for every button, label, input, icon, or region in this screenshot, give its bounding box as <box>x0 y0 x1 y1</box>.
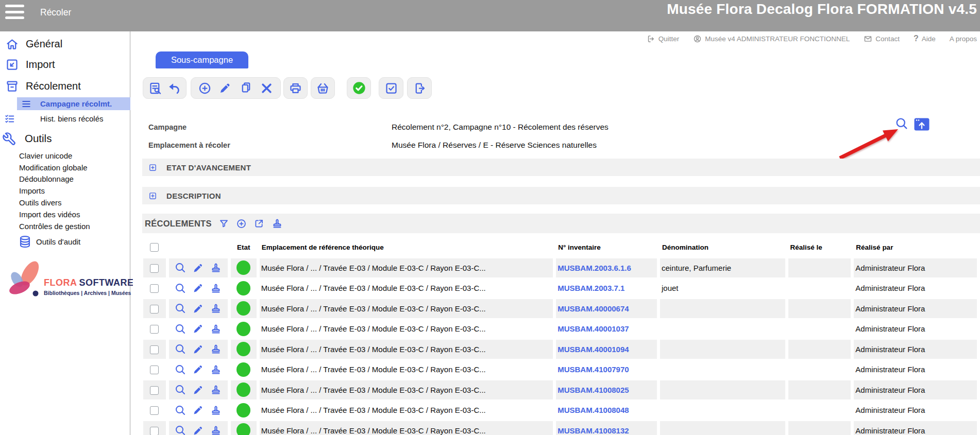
view-icon[interactable] <box>174 424 187 435</box>
validate-icon[interactable] <box>352 81 366 95</box>
sidebar-tool-item[interactable]: Dédoublonnage <box>19 173 90 185</box>
campagne-field-label: Campagne <box>148 123 187 131</box>
realise-le-cell <box>788 340 851 359</box>
sidebar-item-outils[interactable]: Outils <box>0 130 130 147</box>
inventory-link[interactable]: MUSBAM.41008132 <box>557 426 629 435</box>
delete-icon[interactable] <box>260 81 274 95</box>
add-recolement-icon[interactable] <box>236 218 247 229</box>
inventory-link[interactable]: MUSBAM.41008048 <box>557 406 629 414</box>
basket-icon[interactable] <box>316 81 330 95</box>
row-checkbox[interactable] <box>150 325 159 334</box>
edit-icon[interactable] <box>192 384 204 396</box>
expand-icon[interactable] <box>148 163 157 172</box>
denomination-cell <box>660 320 785 339</box>
row-checkbox[interactable] <box>150 305 159 314</box>
edit-icon[interactable] <box>192 303 204 315</box>
sidebar-tool-item[interactable]: Clavier unicode <box>19 150 90 162</box>
file-export-icon[interactable] <box>413 81 427 95</box>
inventory-link[interactable]: MUSBAM.2003.7.1 <box>557 284 624 292</box>
col-header-denomination: Dénomination <box>660 238 785 257</box>
edit-icon[interactable] <box>192 323 204 335</box>
copy-icon[interactable] <box>239 81 253 95</box>
sidebar-tool-item[interactable]: Import des vidéos <box>19 208 90 220</box>
stamp-icon[interactable] <box>210 424 222 435</box>
stamp-icon[interactable] <box>210 323 222 335</box>
sidebar-item-import[interactable]: Import <box>0 57 55 72</box>
edit-icon[interactable] <box>192 404 204 416</box>
menu-hamburger-icon[interactable] <box>5 5 24 19</box>
realise-le-cell <box>788 258 851 277</box>
view-icon[interactable] <box>174 384 187 396</box>
row-checkbox[interactable] <box>150 345 159 354</box>
col-header-emplacement: Emplacement de référence théorique <box>260 238 553 257</box>
home-icon <box>5 37 19 51</box>
sidebar-tool-item[interactable]: Imports <box>19 185 90 197</box>
user-menu[interactable]: Musée v4 ADMINISTRATEUR FONCTIONNEL <box>693 34 850 43</box>
add-icon[interactable] <box>198 81 212 95</box>
view-icon[interactable] <box>174 262 187 274</box>
filter-icon[interactable] <box>218 218 229 229</box>
toolbar-group-search <box>143 77 187 99</box>
inventory-link[interactable]: MUSBAM.41007970 <box>557 365 629 374</box>
edit-icon[interactable] <box>192 262 204 274</box>
undo-icon[interactable] <box>167 81 181 95</box>
external-link-icon[interactable] <box>254 218 264 229</box>
row-checkbox[interactable] <box>150 406 159 415</box>
list-search-icon[interactable] <box>148 81 162 95</box>
inventory-link[interactable]: MUSBAM.2003.6.1.6 <box>557 264 631 272</box>
view-icon[interactable] <box>174 302 187 315</box>
view-icon[interactable] <box>174 282 187 294</box>
checkbox-check-icon[interactable] <box>384 81 398 95</box>
inventory-link[interactable]: MUSBAM.41008025 <box>557 386 629 394</box>
stamp-icon[interactable] <box>210 384 222 396</box>
expand-icon[interactable] <box>148 192 157 200</box>
sidebar-item-outils-audit[interactable]: Outils d'audit <box>0 234 130 250</box>
stamp-icon[interactable] <box>210 262 222 274</box>
view-icon[interactable] <box>174 343 187 355</box>
view-icon[interactable] <box>174 404 187 416</box>
stamp-icon[interactable] <box>210 404 222 416</box>
toolbar-group-export <box>407 77 432 99</box>
edit-icon[interactable] <box>218 81 232 95</box>
sidebar-item-recolement[interactable]: Récolement <box>0 79 81 93</box>
stamp-icon[interactable] <box>210 343 222 355</box>
inventory-link[interactable]: MUSBAM.40001094 <box>557 345 629 354</box>
window-open-icon[interactable] <box>914 118 930 131</box>
print-icon[interactable] <box>289 81 302 95</box>
view-icon[interactable] <box>174 323 187 335</box>
stamp-icon[interactable] <box>271 217 283 230</box>
stamp-icon[interactable] <box>210 302 222 315</box>
sidebar-tool-item[interactable]: Outils divers <box>19 197 90 208</box>
inventory-link[interactable]: MUSBAM.40001037 <box>557 324 629 333</box>
logout-icon <box>647 34 655 43</box>
inventory-link[interactable]: MUSBAM.40000674 <box>557 304 629 313</box>
quitter-link[interactable]: Quitter <box>647 34 680 43</box>
sidebar-tool-item[interactable]: Modification globale <box>19 162 90 173</box>
sous-campagne-tab[interactable]: Sous-campagne <box>156 51 248 68</box>
row-checkbox[interactable] <box>150 264 159 273</box>
sidebar-item-general[interactable]: Général <box>0 37 62 51</box>
edit-icon[interactable] <box>192 363 204 375</box>
row-checkbox[interactable] <box>150 366 159 374</box>
edit-icon[interactable] <box>192 343 204 355</box>
stamp-icon[interactable] <box>210 282 222 294</box>
emplacement-cell: Musée Flora / ... / Travée E-03 / Module… <box>260 299 553 318</box>
aide-link[interactable]: ? Aide <box>914 34 936 43</box>
mail-icon <box>864 34 872 43</box>
edit-icon[interactable] <box>192 425 204 435</box>
sidebar-tool-item[interactable]: Contrôles de gestion <box>19 220 90 232</box>
view-icon[interactable] <box>174 363 187 376</box>
contact-link[interactable]: Contact <box>864 34 900 43</box>
select-all-checkbox[interactable] <box>150 243 159 252</box>
sidebar-item-hist-biens-recoles[interactable]: Hist. biens récolés <box>0 113 130 125</box>
stamp-icon[interactable] <box>210 363 222 376</box>
toolbar-group-basket <box>311 77 335 99</box>
apropos-link[interactable]: A propos <box>950 35 977 43</box>
edit-icon[interactable] <box>192 282 204 294</box>
row-checkbox[interactable] <box>150 284 159 293</box>
sidebar-item-campagne-recolement[interactable]: Campagne récolmt. <box>17 97 130 110</box>
contact-label: Contact <box>875 35 900 43</box>
row-checkbox[interactable] <box>150 427 159 435</box>
col-header-realise-le: Réalisé le <box>788 238 851 257</box>
row-checkbox[interactable] <box>150 386 159 395</box>
